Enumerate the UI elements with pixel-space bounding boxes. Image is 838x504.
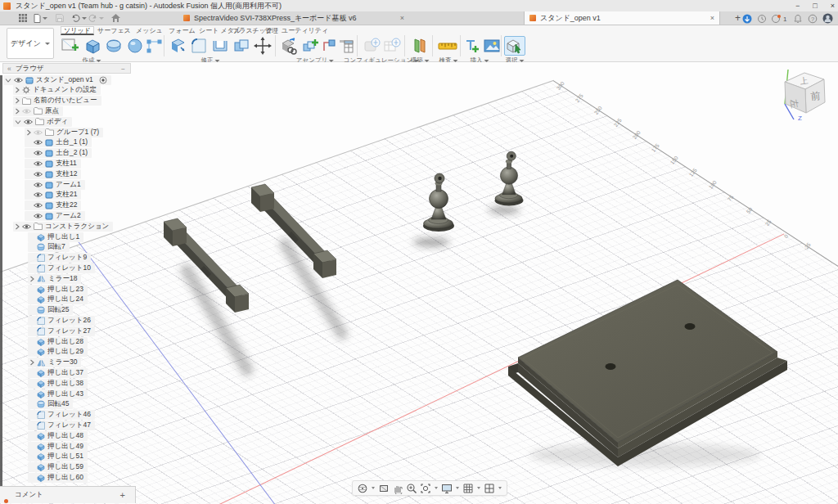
new-component-icon[interactable] xyxy=(278,36,300,56)
browser-item-押し出し28[interactable]: 押し出し28 xyxy=(28,337,88,347)
browser-item-土台_2 (1)[interactable]: 土台_2 (1) xyxy=(25,148,92,158)
browser-item-押し出し59[interactable]: 押し出し59 xyxy=(28,462,88,472)
browser-item-回転7[interactable]: 回転7 xyxy=(28,242,70,252)
browser-item-フィレット46[interactable]: フィレット46 xyxy=(28,410,95,420)
move-icon[interactable] xyxy=(252,36,273,56)
grid-dropdown-caret[interactable] xyxy=(477,487,480,489)
browser-item-フィレット27[interactable]: フィレット27 xyxy=(28,326,95,336)
view-cube[interactable]: 上 前 左 Z xyxy=(773,65,832,129)
collapse-browser-icon[interactable]: « xyxy=(7,65,11,73)
chevron-right-icon[interactable] xyxy=(15,223,20,230)
browser-item-押し出し38[interactable]: 押し出し38 xyxy=(28,379,88,389)
support-post-2[interactable] xyxy=(495,151,524,205)
doc-tab-inactive[interactable]: SpectraVideo SVI-738XPress_キーボード基板 v6 × xyxy=(178,11,409,25)
combine-icon[interactable] xyxy=(231,36,252,56)
primitive-icon[interactable] xyxy=(144,36,165,56)
shell-icon[interactable] xyxy=(210,36,231,56)
browser-item-アーム2[interactable]: アーム2 xyxy=(25,211,85,221)
browser-item-支柱22[interactable]: 支柱22 xyxy=(25,200,81,210)
construct-plane-icon[interactable] xyxy=(409,36,430,56)
add-comment-button[interactable]: + xyxy=(120,490,125,500)
browser-item-支柱12[interactable]: 支柱12 xyxy=(25,169,81,179)
ribbon-tab-utilities[interactable]: ユーティリティ xyxy=(279,26,331,35)
browser-item-支柱21[interactable]: 支柱21 xyxy=(25,190,81,200)
job-status-icon[interactable] xyxy=(756,13,767,24)
chevron-right-icon[interactable] xyxy=(26,129,31,136)
browser-item-フィレット9[interactable]: フィレット9 xyxy=(28,253,91,263)
save-icon[interactable] xyxy=(56,11,64,25)
browser-item-原点[interactable]: 原点 xyxy=(13,106,63,116)
chevron-right-icon[interactable] xyxy=(15,97,20,104)
orbit-icon[interactable] xyxy=(357,483,368,494)
chevron-right-icon[interactable] xyxy=(29,276,34,282)
browser-item-押し出し60[interactable]: 押し出し60 xyxy=(28,473,88,483)
help-icon[interactable]: ? xyxy=(807,13,818,24)
browser-item-ドキュメントの設定[interactable]: ドキュメントの設定 xyxy=(13,85,101,95)
chevron-right-icon[interactable] xyxy=(15,108,20,115)
browser-item-押し出し37[interactable]: 押し出し37 xyxy=(28,368,88,378)
sync-status-icon[interactable] xyxy=(741,13,752,24)
browser-item-土台_1 (1)[interactable]: 土台_1 (1) xyxy=(25,137,92,147)
file-menu-icon[interactable] xyxy=(34,11,47,25)
browser-item-押し出し49[interactable]: 押し出し49 xyxy=(28,442,88,452)
browser-item-フィレット10[interactable]: フィレット10 xyxy=(28,263,95,273)
avatar[interactable] xyxy=(822,13,833,24)
insert-derive-icon[interactable] xyxy=(463,36,481,56)
maximize-button[interactable]: □ xyxy=(813,2,817,10)
insert-image-icon[interactable] xyxy=(481,36,502,56)
browser-item-ボディ[interactable]: ボディ xyxy=(13,117,72,127)
viewports-icon[interactable] xyxy=(484,483,495,494)
viewports-dropdown-caret[interactable] xyxy=(498,487,502,489)
visibility-eye-icon[interactable] xyxy=(34,160,43,167)
browser-header[interactable]: « ブラウザ − xyxy=(2,63,131,74)
browser-item-回転25[interactable]: 回転25 xyxy=(28,305,73,315)
ribbon-tab-surface[interactable]: サーフェス xyxy=(95,26,133,35)
browser-item-ミラー30[interactable]: ミラー30 xyxy=(28,358,81,367)
browser-item-フィレット26[interactable]: フィレット26 xyxy=(28,316,95,326)
fit-icon[interactable] xyxy=(420,483,431,494)
visibility-eye-icon[interactable] xyxy=(34,191,43,198)
select-icon[interactable] xyxy=(504,36,525,56)
browser-item-押し出し24[interactable]: 押し出し24 xyxy=(28,295,88,304)
ribbon-tab-mesh[interactable]: メッシュ xyxy=(133,26,165,35)
grid-settings-icon[interactable] xyxy=(462,483,474,494)
browser-item-ミラー18[interactable]: ミラー18 xyxy=(28,274,81,284)
visibility-eye-icon[interactable] xyxy=(34,171,43,178)
visibility-eye-icon[interactable] xyxy=(34,129,43,136)
ribbon-tab-form[interactable]: フォーム xyxy=(166,26,198,35)
press-pull-icon[interactable] xyxy=(167,36,188,56)
minimize-button[interactable]: − xyxy=(795,2,800,10)
browser-item-コンストラクション[interactable]: コンストラクション xyxy=(13,222,113,232)
extrude-icon[interactable] xyxy=(82,36,103,56)
visibility-eye-icon[interactable] xyxy=(34,202,43,209)
create-sketch-icon[interactable] xyxy=(59,36,80,56)
activate-component-radio[interactable] xyxy=(99,76,107,84)
visibility-eye-icon[interactable] xyxy=(34,139,43,146)
tab-close-icon[interactable]: × xyxy=(400,14,404,22)
browser-item-押し出し43[interactable]: 押し出し43 xyxy=(28,389,88,399)
browser-item-名前の付いたビュー[interactable]: 名前の付いたビュー xyxy=(13,96,101,106)
support-post-1[interactable] xyxy=(423,173,454,232)
fit-dropdown-caret[interactable] xyxy=(435,487,438,489)
orbit-dropdown-caret[interactable] xyxy=(372,487,375,489)
pan-icon[interactable] xyxy=(392,483,403,494)
visibility-eye-icon[interactable] xyxy=(34,182,43,188)
browser-item-押し出し23[interactable]: 押し出し23 xyxy=(28,285,88,295)
fillet-icon[interactable] xyxy=(188,36,210,56)
browser-item-押し出し29[interactable]: 押し出し29 xyxy=(28,347,88,357)
visibility-eye-icon[interactable] xyxy=(22,108,31,115)
bell-icon[interactable] xyxy=(792,13,803,24)
tab-close-icon[interactable]: × xyxy=(710,14,714,22)
join-icon[interactable] xyxy=(300,36,321,56)
home-icon[interactable] xyxy=(111,11,120,25)
visibility-eye-icon[interactable] xyxy=(22,223,31,230)
browser-item-回転45[interactable]: 回転45 xyxy=(28,399,73,409)
browser-item-押し出し51[interactable]: 押し出し51 xyxy=(28,452,88,461)
display-settings-icon[interactable] xyxy=(441,483,453,494)
chevron-down-icon[interactable] xyxy=(5,78,11,83)
visibility-eye-icon[interactable] xyxy=(24,119,33,125)
browser-item-支柱11[interactable]: 支柱11 xyxy=(25,159,81,169)
chevron-right-icon[interactable] xyxy=(29,359,34,366)
close-button[interactable]: × xyxy=(831,2,835,10)
ribbon-tab-solid[interactable]: ソリッド xyxy=(61,26,94,35)
